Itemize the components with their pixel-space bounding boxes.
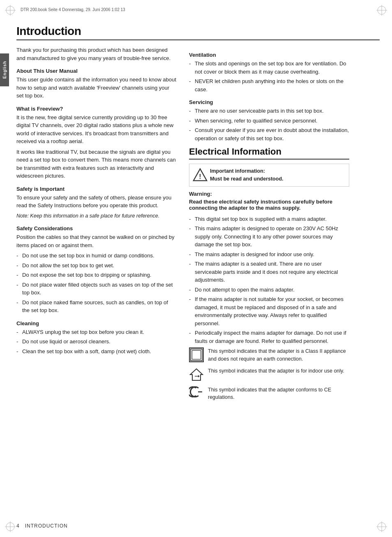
corner-mark-bl xyxy=(4,521,16,533)
list-item: Do not expose the set top box to drippin… xyxy=(16,271,177,279)
servicing-heading: Servicing xyxy=(189,99,349,105)
list-item: Do not use the set top box in humid or d… xyxy=(16,252,177,260)
symbol-row-house: This symbol indicates that the adapter i… xyxy=(189,367,349,382)
list-item: Do not place naked flame sources, such a… xyxy=(16,299,177,315)
list-item: Do not attempt to open the mains adapter… xyxy=(189,286,349,294)
symbol-row-ce: This symbol indicates that the adapter c… xyxy=(189,386,349,402)
list-item: NEVER let children push anything into th… xyxy=(189,77,349,93)
svg-text:!: ! xyxy=(199,173,201,180)
warning-box-text: Important information: Must be read and … xyxy=(210,167,284,183)
freeview-p1: It is the new, free digital service curr… xyxy=(16,113,177,146)
svg-marker-16 xyxy=(190,369,203,380)
col-left: Thank you for purchasing this product wh… xyxy=(16,46,177,405)
list-item: Do not allow the set top box to get wet. xyxy=(16,262,177,270)
intro-paragraph: Thank you for purchasing this product wh… xyxy=(16,46,177,62)
symbol-row-classii: This symbol indicates that the adapter i… xyxy=(189,347,349,363)
servicing-items-list: There are no user serviceable parts in t… xyxy=(189,107,349,142)
safety-considerations-p: Position the cables so that they cannot … xyxy=(16,233,177,249)
page-number: 4 xyxy=(16,523,20,529)
list-item: The mains adapter is a sealed unit. Ther… xyxy=(189,260,349,284)
note-italic: Note: Keep this information in a safe pl… xyxy=(16,212,177,220)
list-item: There are no user serviceable parts in t… xyxy=(189,107,349,115)
freeview-p2: It works like traditional TV, but becaus… xyxy=(16,148,177,180)
main-content: Introduction Thank you for purchasing th… xyxy=(16,25,380,512)
list-item: This mains adapter is designed to operat… xyxy=(189,225,349,249)
safety-items-list: Do not use the set top box in humid or d… xyxy=(16,252,177,315)
symbol-text-classii: This symbol indicates that the adapter i… xyxy=(208,347,349,363)
two-col-layout: Thank you for purchasing this product wh… xyxy=(16,46,380,405)
page-title: Introduction xyxy=(16,25,380,38)
electrical-rule xyxy=(189,159,349,160)
list-item: This digital set top box is supplied wit… xyxy=(189,215,349,223)
corner-mark-tl xyxy=(4,4,16,16)
about-heading: About This User Manual xyxy=(16,68,177,74)
warning-box: ! Important information: Must be read an… xyxy=(189,164,349,187)
list-item: Consult your dealer if you are ever in d… xyxy=(189,126,349,142)
symbol-text-house: This symbol indicates that the adapter i… xyxy=(208,367,344,375)
sidebar-tab: English xyxy=(0,53,9,86)
safety-heading: Safety is Important xyxy=(16,186,177,192)
list-item: If the mains adapter is not suitable for… xyxy=(189,295,349,327)
list-item: ALWAYS unplug the set top box before you… xyxy=(16,328,177,336)
safety-considerations-heading: Safety Considerations xyxy=(16,225,177,231)
col-right: Ventilation The slots and openings on th… xyxy=(189,46,349,405)
warning-triangle-icon: ! xyxy=(193,167,206,181)
house-icon xyxy=(189,367,204,382)
svg-marker-18 xyxy=(198,375,200,377)
ce-icon xyxy=(189,386,204,401)
svg-rect-15 xyxy=(192,350,201,359)
page-wrapper: DTR 200.book Seite 4 Donnerstag, 29. Jun… xyxy=(0,0,392,537)
footer-section: Introduction xyxy=(25,523,68,529)
list-item: Do not use liquid or aerosol cleaners. xyxy=(16,338,177,346)
list-item: Clean the set top box with a soft, damp … xyxy=(16,347,177,356)
warning-heading: Warning: xyxy=(189,191,349,197)
svg-rect-14 xyxy=(191,349,202,361)
freeview-heading: What is Freeview? xyxy=(16,106,177,112)
ventilation-heading: Ventilation xyxy=(189,52,349,58)
corner-mark-tr xyxy=(376,4,388,16)
list-item: When servicing, refer to qualified servi… xyxy=(189,117,349,125)
corner-mark-br xyxy=(376,521,388,533)
symbol-text-ce: This symbol indicates that the adapter c… xyxy=(208,386,349,402)
cleaning-items-list: ALWAYS unplug the set top box before you… xyxy=(16,328,177,356)
list-item: Do not place water filled objects such a… xyxy=(16,281,177,297)
about-paragraph: This user guide contains all the informa… xyxy=(16,76,177,100)
electrical-title: Electrical Information xyxy=(189,146,349,157)
page-footer: 4 Introduction xyxy=(16,523,68,529)
sidebar-tab-label: English xyxy=(2,61,7,79)
list-item: The mains adapter is designed for indoor… xyxy=(189,250,349,259)
print-header: DTR 200.book Seite 4 Donnerstag, 29. Jun… xyxy=(21,7,125,12)
electrical-items-list: This digital set top box is supplied wit… xyxy=(189,215,349,345)
classii-icon xyxy=(189,347,204,362)
electrical-section: Electrical Information ! Important infor… xyxy=(189,146,349,401)
cleaning-heading: Cleaning xyxy=(16,320,177,326)
ventilation-items-list: The slots and openings on the set top bo… xyxy=(189,60,349,93)
title-rule xyxy=(16,39,380,40)
list-item: The slots and openings on the set top bo… xyxy=(189,60,349,76)
list-item: Periodically inspect the mains adapter f… xyxy=(189,329,349,345)
safety-paragraph: To ensure your safety and the safety of … xyxy=(16,194,177,210)
warning-subheading: Read these electrical safety instruction… xyxy=(189,199,349,211)
